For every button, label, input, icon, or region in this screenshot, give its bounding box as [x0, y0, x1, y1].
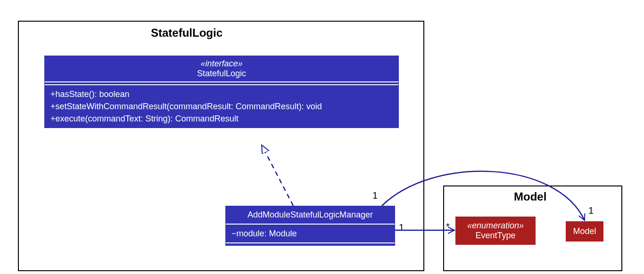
class-model: Model	[566, 221, 603, 242]
class-addmodulestatefullogicmanager: AddModuleStatefulLogicManager −module: M…	[225, 206, 395, 246]
class-ops-empty	[226, 243, 395, 245]
class-statefullogic-interface: «interface» StatefulLogic +hasState(): b…	[44, 56, 399, 128]
class-name: StatefulLogic	[197, 69, 246, 78]
class-header: AddModuleStatefulLogicManager	[226, 206, 395, 225]
multiplicity-eventtype-dst: *	[446, 221, 450, 232]
class-attributes: −module: Module	[226, 225, 395, 243]
class-operations: +hasState(): boolean +setStateWithComman…	[45, 85, 398, 128]
multiplicity-manager-src-2: 1	[399, 222, 404, 233]
multiplicity-model-dst: 1	[588, 205, 594, 216]
package-model-title: Model	[514, 190, 546, 203]
class-header: «enumeration» EventType	[456, 217, 535, 244]
class-header: «interface» StatefulLogic	[45, 56, 398, 82]
class-name: Model	[573, 226, 596, 236]
operation: +hasState(): boolean	[50, 88, 393, 100]
package-statefullogic-title: StatefulLogic	[151, 26, 223, 40]
class-name: AddModuleStatefulLogicManager	[248, 210, 373, 219]
attribute: −module: Module	[231, 227, 389, 240]
class-header: Model	[566, 222, 603, 241]
multiplicity-manager-src-1: 1	[372, 190, 378, 201]
operation: +setStateWithCommandResult(commandResult…	[50, 100, 393, 113]
operation: +execute(commandText: String): CommandRe…	[50, 113, 393, 125]
stereotype-label: «enumeration»	[459, 221, 532, 231]
class-eventtype-enum: «enumeration» EventType	[455, 217, 536, 245]
diagram-canvas: StatefulLogic «interface» StatefulLogic …	[0, 0, 644, 274]
stereotype-label: «interface»	[50, 59, 393, 69]
class-name: EventType	[475, 231, 515, 240]
